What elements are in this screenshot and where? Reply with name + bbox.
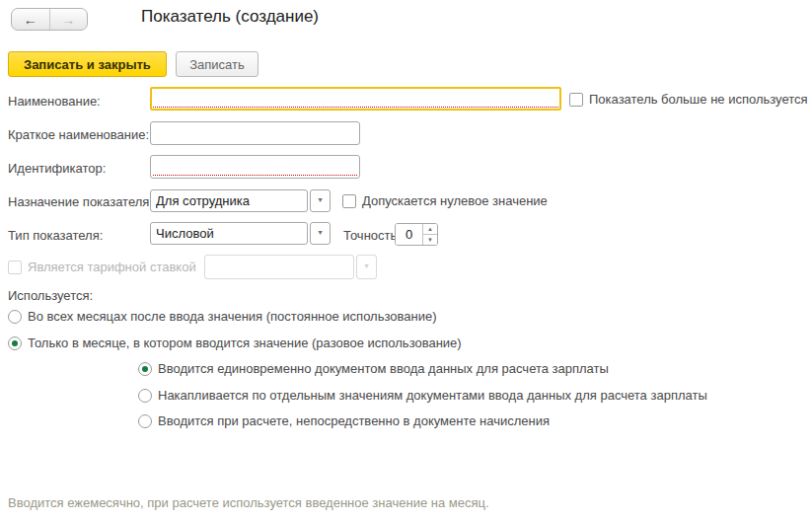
page-title: Показатель (создание) [141, 7, 319, 27]
usage-radio-label: Вводится единовременно документом ввода … [158, 361, 609, 376]
name-label: Наименование: [8, 94, 101, 109]
zero-allowed-checkbox-row: Допускается нулевое значение [342, 193, 548, 208]
usage-sub-option-row: Вводится единовременно документом ввода … [138, 361, 609, 376]
type-value-input[interactable] [150, 222, 308, 245]
save-button[interactable]: Записать [176, 51, 258, 77]
identifier-label: Идентификатор: [8, 161, 106, 176]
tariff-checkbox-row: Является тарифной ставкой [8, 260, 196, 274]
chevron-down-icon: ▼ [317, 230, 324, 237]
usage-radio-all-months[interactable] [8, 310, 22, 324]
tariff-checkbox [8, 261, 22, 274]
spin-down-button[interactable]: ▼ [423, 235, 437, 245]
indicator-create-window: ← → Показатель (создание) Записать и зак… [0, 0, 812, 523]
usage-option-row: Только в месяце, в котором вводится знач… [8, 336, 462, 350]
tariff-checkbox-label: Является тарифной ставкой [28, 260, 196, 274]
nav-button-group: ← → [11, 8, 88, 31]
type-label: Тип показателя: [8, 228, 103, 243]
not-used-checkbox[interactable] [569, 93, 583, 107]
zero-allowed-checkbox-label: Допускается нулевое значение [362, 193, 548, 208]
usage-radio-entered-at-calculation[interactable] [138, 414, 152, 428]
purpose-dropdown-button[interactable]: ▼ [310, 189, 331, 212]
identifier-input[interactable] [150, 155, 360, 179]
type-dropdown-button[interactable]: ▼ [310, 222, 331, 245]
precision-input[interactable] [396, 224, 422, 245]
forward-arrow-icon: → [61, 13, 75, 27]
usage-radio-accumulated-values[interactable] [138, 389, 152, 403]
save-and-close-button[interactable]: Записать и закрыть [8, 51, 167, 77]
usage-option-row: Во всех месяцах после ввода значения (по… [8, 309, 436, 324]
usage-sub-option-row: Накапливается по отдельным значениям док… [138, 388, 707, 403]
precision-label: Точность: [343, 228, 401, 243]
not-used-checkbox-row: Показатель больше не используется [569, 92, 808, 107]
name-field-wrap [150, 87, 561, 111]
spin-up-icon: ▲ [427, 226, 433, 232]
identifier-field-wrap [150, 155, 360, 179]
chevron-down-icon: ▼ [363, 263, 370, 270]
usage-radio-label: Накапливается по отдельным значениям док… [158, 388, 707, 403]
back-arrow-icon: ← [24, 13, 37, 27]
short-name-field-wrap [150, 121, 360, 145]
spin-up-button[interactable]: ▲ [423, 224, 437, 235]
zero-allowed-checkbox[interactable] [342, 194, 356, 208]
chevron-down-icon: ▼ [317, 197, 324, 204]
precision-spin-buttons: ▲ ▼ [422, 224, 437, 245]
usage-sub-option-row: Вводится при расчете, непосредственно в … [138, 413, 550, 428]
purpose-combobox: ▼ [150, 189, 331, 212]
back-button[interactable]: ← [12, 9, 49, 30]
not-used-checkbox-label: Показатель больше не используется [589, 92, 808, 107]
purpose-value-input[interactable] [150, 189, 308, 212]
short-name-label: Краткое наименование: [8, 127, 149, 142]
usage-group-label: Используется: [8, 288, 93, 303]
usage-radio-label: Во всех месяцах после ввода значения (по… [28, 309, 436, 324]
usage-radio-label: Только в месяце, в котором вводится знач… [28, 336, 462, 350]
spin-down-icon: ▼ [427, 237, 433, 243]
tariff-dropdown-button: ▼ [356, 255, 377, 279]
precision-spinner: ▲ ▼ [395, 223, 438, 246]
usage-radio-single-entry-document[interactable] [138, 362, 152, 376]
name-input[interactable] [150, 87, 561, 111]
usage-radio-entry-month-only[interactable] [8, 336, 22, 350]
forward-button[interactable]: → [49, 9, 88, 30]
tariff-value-input [204, 255, 354, 279]
tariff-combobox: ▼ [204, 255, 377, 279]
type-combobox: ▼ [150, 222, 331, 245]
purpose-label: Назначение показателя: [8, 194, 153, 209]
usage-hint-text: Вводится ежемесячно, при расчете использ… [8, 495, 489, 510]
short-name-input[interactable] [150, 121, 360, 145]
usage-radio-label: Вводится при расчете, непосредственно в … [158, 413, 550, 428]
